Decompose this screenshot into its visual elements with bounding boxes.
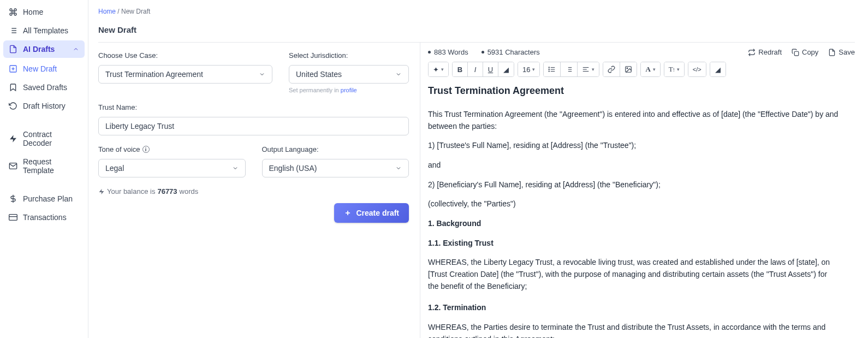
bookmark-icon xyxy=(9,83,17,92)
sidebar-item-draft-history[interactable]: Draft History xyxy=(3,97,85,115)
mail-icon xyxy=(9,162,17,170)
highlight-button[interactable]: ◢ xyxy=(498,62,514,76)
trust-name-input[interactable] xyxy=(98,117,409,135)
svg-rect-12 xyxy=(9,215,17,221)
bold-button[interactable]: B xyxy=(453,62,468,76)
sidebar-item-transactions[interactable]: Transactions xyxy=(3,209,85,226)
doc-para: WHEREAS, the Parties desire to terminate… xyxy=(428,322,839,338)
save-button[interactable]: Save xyxy=(828,48,855,56)
plus-square-icon xyxy=(9,64,17,73)
svg-rect-17 xyxy=(794,51,799,56)
sidebar-item-ai-drafts[interactable]: AI Drafts xyxy=(3,40,85,58)
breadcrumb-current: New Draft xyxy=(121,8,150,15)
save-icon xyxy=(828,49,836,56)
sidebar-item-saved-drafts[interactable]: Saved Drafts xyxy=(3,79,85,96)
doc-title: Trust Termination Agreement xyxy=(428,84,839,99)
copy-icon xyxy=(792,49,799,56)
doc-heading: 1.1. Existing Trust xyxy=(428,238,839,250)
magic-button[interactable]: ✦▾ xyxy=(429,62,448,76)
balance-text: Your balance is 76773 words xyxy=(98,187,409,195)
list-ul-icon xyxy=(548,66,556,73)
eraser-icon: ◢ xyxy=(715,66,721,74)
nav-label: Contract Decoder xyxy=(23,130,79,147)
wand-icon: ✦ xyxy=(433,66,439,74)
form-panel: Choose Use Case: Trust Termination Agree… xyxy=(98,43,420,338)
dollar-icon xyxy=(9,194,17,203)
sidebar-item-contract-decoder[interactable]: Contract Decoder xyxy=(3,126,85,152)
code-button[interactable]: </> xyxy=(688,62,706,76)
sidebar-item-home[interactable]: Home xyxy=(3,3,85,21)
nav-label: Home xyxy=(23,8,79,16)
nav-label: Saved Drafts xyxy=(23,83,79,92)
redraft-button[interactable]: Redraft xyxy=(748,48,782,56)
lang-label: Output Language: xyxy=(262,145,409,153)
doc-heading: 1. Background xyxy=(428,218,839,230)
highlight-icon: ◢ xyxy=(503,66,509,74)
nav-label: New Draft xyxy=(23,64,79,73)
sidebar-item-request-template[interactable]: Request Template xyxy=(3,153,85,179)
link-icon xyxy=(608,66,615,73)
profile-link[interactable]: profile xyxy=(341,87,357,93)
use-case-select[interactable]: Trust Termination Agreement xyxy=(98,65,272,84)
list-icon xyxy=(9,26,17,35)
sidebar-item-all-templates[interactable]: All Templates xyxy=(3,22,85,39)
image-icon xyxy=(625,66,632,73)
tone-value: Legal xyxy=(105,164,232,173)
font-size-select[interactable]: 16▾ xyxy=(518,62,539,76)
nav-label: Request Template xyxy=(23,157,79,175)
plus-icon xyxy=(344,209,352,217)
lang-select[interactable]: English (USA) xyxy=(262,159,409,177)
jurisdiction-hint: Set permanently in profile xyxy=(289,87,409,93)
list-ol-icon xyxy=(565,66,573,73)
doc-para: 1) [Trustee's Full Name], residing at [A… xyxy=(428,140,839,152)
underline-button[interactable]: U xyxy=(483,62,498,76)
document-editor[interactable]: Trust Termination Agreement This Trust T… xyxy=(428,84,855,338)
card-icon xyxy=(9,213,17,222)
ul-button[interactable] xyxy=(544,62,561,76)
nav-label: All Templates xyxy=(23,26,79,35)
breadcrumb-home[interactable]: Home xyxy=(98,8,116,15)
chevron-up-icon xyxy=(73,46,79,52)
ol-button[interactable] xyxy=(561,62,578,76)
link-button[interactable] xyxy=(603,62,620,76)
svg-point-21 xyxy=(549,67,550,68)
trust-name-label: Trust Name: xyxy=(98,103,409,111)
word-count: 883 Words xyxy=(428,48,468,56)
char-count: 5931 Characters xyxy=(481,48,540,56)
lang-value: English (USA) xyxy=(269,164,396,173)
align-button[interactable]: ▾ xyxy=(578,62,599,76)
text-color-button[interactable]: A▾ xyxy=(641,62,659,76)
nav-label: Draft History xyxy=(23,102,79,110)
jurisdiction-value: United States xyxy=(296,70,395,79)
svg-point-31 xyxy=(627,68,628,69)
sidebar: Home All Templates AI Drafts New Draft S… xyxy=(0,0,88,338)
use-case-value: Trust Termination Agreement xyxy=(105,70,259,79)
svg-marker-14 xyxy=(99,189,104,194)
chevron-down-icon xyxy=(395,71,402,78)
refresh-icon xyxy=(748,49,756,56)
sidebar-item-purchase-plan[interactable]: Purchase Plan xyxy=(3,190,85,207)
text-style-button[interactable]: T!▾ xyxy=(664,62,684,76)
copy-button[interactable]: Copy xyxy=(792,48,818,56)
create-draft-button[interactable]: Create draft xyxy=(334,203,409,223)
nav-label: Transactions xyxy=(23,213,79,222)
jurisdiction-label: Select Jurisdiction: xyxy=(289,51,409,60)
image-button[interactable] xyxy=(620,62,637,76)
doc-para: 2) [Beneficiary's Full Name], residing a… xyxy=(428,179,839,191)
tone-label: Tone of voice i xyxy=(98,145,246,153)
chevron-down-icon xyxy=(259,71,265,78)
jurisdiction-select[interactable]: United States xyxy=(289,65,409,84)
tone-select[interactable]: Legal xyxy=(98,159,246,177)
nav-label: AI Drafts xyxy=(23,45,67,54)
eraser-button[interactable]: ◢ xyxy=(710,62,726,76)
page-title: New Draft xyxy=(98,25,855,34)
doc-para: (collectively, the "Parties") xyxy=(428,198,839,210)
editor-toolbar: ✦▾ B I U ◢ 16▾ ▾ xyxy=(428,62,855,77)
info-icon[interactable]: i xyxy=(142,146,150,153)
use-case-label: Choose Use Case: xyxy=(98,51,272,60)
bolt-icon xyxy=(98,188,105,195)
doc-heading: 1.2. Termination xyxy=(428,302,839,314)
doc-para: and xyxy=(428,159,839,171)
italic-button[interactable]: I xyxy=(468,62,483,76)
sidebar-item-new-draft[interactable]: New Draft xyxy=(3,60,85,78)
